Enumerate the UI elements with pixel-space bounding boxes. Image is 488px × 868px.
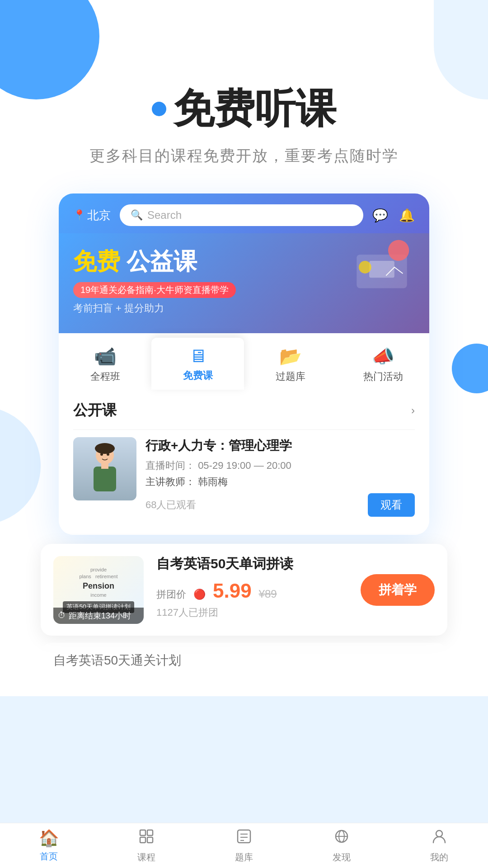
course-card: 行政+人力专：管理心理学 直播时间： 05-29 19:00 — 20:00 主… <box>73 429 415 524</box>
product-title: 自考英语50天单词拼读 <box>156 555 348 573</box>
hero-dot <box>152 102 166 116</box>
courses-icon <box>138 828 155 849</box>
mine-icon <box>431 828 447 849</box>
bottom-nav: 🏠 首页 课程 题库 <box>0 823 488 868</box>
course-name: 行政+人力专：管理心理学 <box>145 437 415 454</box>
course-teacher-label: 主讲教师： <box>145 476 195 487</box>
discover-icon <box>333 828 350 849</box>
nav-label-guotiku: 过题库 <box>276 370 305 383</box>
timer-icon: ⏱ <box>58 611 66 620</box>
product-card: provideplans retirement Pension income 英… <box>41 544 447 636</box>
view-count: 68人已观看 <box>145 498 196 512</box>
banner: 免费 公益课 19年通关必备指南·大牛师资直播带学 考前扫盲 + 提分助力 <box>59 233 429 333</box>
teacher-photo <box>73 437 136 500</box>
course-time: 直播时间： 05-29 19:00 — 20:00 <box>145 459 415 472</box>
mockup-content: 公开课 › <box>59 390 429 535</box>
product-price-row: 拼团价 🔴 5.99 ¥89 <box>156 580 348 602</box>
bottom-nav-tiku[interactable]: 题库 <box>195 823 293 868</box>
svg-point-1 <box>388 240 409 261</box>
course-thumbnail <box>73 437 136 500</box>
nav-item-quanchengban[interactable]: 📹 全程班 <box>59 338 151 390</box>
product-preview[interactable]: 自考英语50天通关计划 <box>41 643 447 678</box>
course-teacher-name: 韩雨梅 <box>198 476 228 487</box>
svg-rect-11 <box>147 830 153 835</box>
svg-rect-6 <box>94 467 116 491</box>
hero-section: 免费听课 更多科目的课程免费开放，重要考点随时学 <box>0 0 488 166</box>
bottom-nav-courses[interactable]: 课程 <box>98 823 195 868</box>
svg-point-21 <box>436 830 442 837</box>
svg-rect-2 <box>369 261 394 278</box>
location-display: 📍 北京 <box>73 208 111 223</box>
bottom-nav-discover[interactable]: 发现 <box>293 823 390 868</box>
nav-icon-guotiku: 📂 <box>279 346 302 367</box>
search-placeholder: Search <box>147 209 182 222</box>
discover-label: 发现 <box>333 851 351 863</box>
mockup-header: 📍 北京 🔍 Search 💬 🔔 免费 公益课 19年通关必备指南·大牛师资直… <box>59 193 429 333</box>
svg-point-3 <box>359 261 371 274</box>
watch-button[interactable]: 观看 <box>368 493 415 517</box>
product-info: 自考英语50天单词拼读 拼团价 🔴 5.99 ¥89 1127人已拼团 <box>156 555 348 625</box>
banner-tag: 19年通关必备指南·大牛师资直播带学 <box>73 282 236 298</box>
nav-icon-hotactivities: 📣 <box>372 346 394 367</box>
mockup-nav: 📹 全程班 🖥 免费课 📂 过题库 📣 热门活动 <box>59 333 429 390</box>
product-preview-title: 自考英语50天通关计划 <box>53 652 435 669</box>
location-icon: 📍 <box>73 209 85 221</box>
course-time-value: 05-29 19:00 — 20:00 <box>198 460 291 471</box>
banner-title-highlight: 免费 <box>73 248 120 274</box>
bg-decoration-bottom <box>0 696 488 832</box>
course-time-label: 直播时间： <box>145 460 195 471</box>
nav-item-guotiku[interactable]: 📂 过题库 <box>244 338 337 390</box>
home-icon: 🏠 <box>39 829 59 848</box>
hero-subtitle: 更多科目的课程免费开放，重要考点随时学 <box>0 146 488 166</box>
section-title: 公开课 <box>73 401 117 420</box>
section-more[interactable]: › <box>411 404 415 417</box>
app-mockup: 📍 北京 🔍 Search 💬 🔔 免费 公益课 19年通关必备指南·大牛师资直… <box>59 193 429 535</box>
nav-label-mianfeike: 免费课 <box>183 369 213 382</box>
hero-title: 免费听课 <box>174 81 336 137</box>
price-original: ¥89 <box>259 588 277 600</box>
group-count: 1127人已拼团 <box>156 606 348 619</box>
price-label: 拼团价 <box>156 588 186 601</box>
group-buy-button[interactable]: 拼着学 <box>361 574 435 606</box>
tiku-label: 题库 <box>235 851 253 863</box>
svg-point-5 <box>95 443 115 454</box>
svg-rect-12 <box>140 837 145 843</box>
notification-icon[interactable]: 🔔 <box>399 208 415 223</box>
banner-title-normal: 公益课 <box>127 248 197 274</box>
banner-illustration <box>348 238 420 301</box>
svg-rect-10 <box>140 830 145 835</box>
nav-label-quanchengban: 全程班 <box>90 370 120 383</box>
nav-item-hotactivities[interactable]: 📣 热门活动 <box>337 338 429 390</box>
message-icon[interactable]: 💬 <box>372 208 388 223</box>
nav-label-hotactivities: 热门活动 <box>363 370 403 383</box>
svg-rect-7 <box>101 463 108 469</box>
search-icon: 🔍 <box>131 209 143 221</box>
product-image: provideplans retirement Pension income 英… <box>53 556 144 624</box>
bg-decoration-circle-right <box>452 344 488 393</box>
product-word-cloud: provideplans retirement Pension income <box>80 566 118 599</box>
home-label: 首页 <box>40 850 58 863</box>
header-icons: 💬 🔔 <box>372 208 415 223</box>
svg-rect-13 <box>147 837 153 843</box>
svg-point-9 <box>107 453 109 456</box>
price-value: 5.99 <box>213 580 252 602</box>
nav-icon-mianfeike: 🖥 <box>189 346 207 366</box>
course-teacher: 主讲教师： 韩雨梅 <box>145 475 415 489</box>
banner-desc: 考前扫盲 + 提分助力 <box>73 302 415 315</box>
bottom-nav-home[interactable]: 🏠 首页 <box>0 823 98 868</box>
mockup-topbar: 📍 北京 🔍 Search 💬 🔔 <box>59 193 429 233</box>
nav-icon-quanchengban: 📹 <box>94 346 117 367</box>
price-coin-icon: 🔴 <box>193 589 206 600</box>
svg-point-8 <box>100 453 103 456</box>
section-header: 公开课 › <box>73 401 415 420</box>
nav-item-mianfeike[interactable]: 🖥 免费课 <box>151 338 244 390</box>
tiku-icon <box>236 828 252 849</box>
search-bar[interactable]: 🔍 Search <box>120 204 363 226</box>
mine-label: 我的 <box>430 851 448 863</box>
bg-decoration-left-mid <box>0 407 41 524</box>
timer-text: 距离结束134小时 <box>69 610 131 621</box>
course-info: 行政+人力专：管理心理学 直播时间： 05-29 19:00 — 20:00 主… <box>145 437 415 517</box>
location-text: 北京 <box>87 208 111 223</box>
bottom-nav-mine[interactable]: 我的 <box>390 823 488 868</box>
course-footer: 68人已观看 观看 <box>145 493 415 517</box>
